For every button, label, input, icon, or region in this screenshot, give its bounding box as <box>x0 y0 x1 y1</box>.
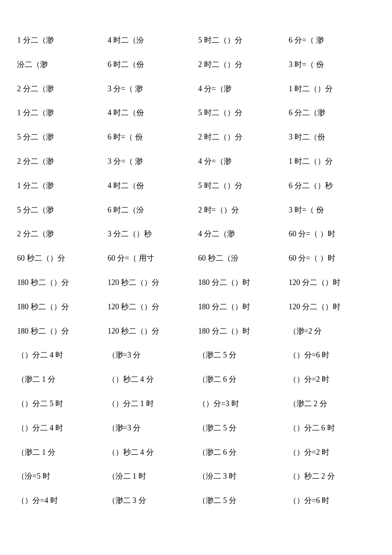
list-item: （渺二 6 分 <box>198 446 285 459</box>
list-item: （）秒二 4 分 <box>108 446 194 459</box>
list-item: 2 时=（）分 <box>198 204 285 216</box>
list-item: （）秒二 4 分 <box>108 373 194 386</box>
list-item: 6 分二（）秒 <box>289 180 375 192</box>
list-item: 60 分=（ ）时 <box>289 228 375 240</box>
list-item: （渺二 2 分 <box>289 398 375 410</box>
list-item: 3 分二（）秒 <box>108 228 194 240</box>
list-item: （渺=3 分 <box>108 422 194 434</box>
list-item: 4 时二（份 <box>108 180 194 192</box>
list-item: 180 秒二（）分 <box>17 301 104 313</box>
list-item: （）分=6 时 <box>289 494 375 507</box>
list-item: 6 分二（渺 <box>289 107 375 119</box>
list-item: 60 秒二（汾 <box>198 252 285 264</box>
list-item: 180 秒二（）分 <box>17 276 104 289</box>
list-item: （）分=2 时 <box>289 446 375 459</box>
list-item: 5 分二（渺 <box>17 204 104 216</box>
list-item: 3 时=（ 份 <box>289 204 375 216</box>
list-item: （汾二 3 时 <box>198 470 285 482</box>
list-item: 60 分=（ ）时 <box>289 252 375 264</box>
list-item: （渺二 1 分 <box>17 446 104 459</box>
list-item: 180 分二（）时 <box>198 301 285 313</box>
content-grid: 1 分二（渺4 时二（汾5 时二（）分6 分=（ 渺汾二（渺6 时二（份2 时二… <box>17 34 375 507</box>
list-item: 4 时二（汾 <box>108 34 194 46</box>
list-item: （渺二 3 分 <box>108 494 194 507</box>
list-item: （）分二 4 时 <box>17 349 104 361</box>
list-item: 3 时=（ 份 <box>289 58 375 71</box>
list-item: （）分二 5 时 <box>17 398 104 410</box>
list-item: 1 分二（渺 <box>17 180 104 192</box>
list-item: （）分=3 时 <box>198 398 285 410</box>
list-item: 4 分=（渺 <box>198 83 285 95</box>
list-item: （）秒二 2 分 <box>289 470 375 482</box>
list-item: （渺二 5 分 <box>198 422 285 434</box>
list-item: 120 秒二（）分 <box>108 301 194 313</box>
list-item: 3 分=（ 渺 <box>108 155 194 168</box>
list-item: （）分二 6 时 <box>289 422 375 434</box>
list-item: 120 分二（）时 <box>289 276 375 289</box>
list-item: 120 秒二（）分 <box>108 276 194 289</box>
list-item: 1 时二（）分 <box>289 83 375 95</box>
list-item: 60 秒二（）分 <box>17 252 104 264</box>
list-item: 4 时二（份 <box>108 107 194 119</box>
page: 1 分二（渺4 时二（汾5 时二（）分6 分=（ 渺汾二（渺6 时二（份2 时二… <box>0 0 392 555</box>
list-item: （）分=2 时 <box>289 373 375 386</box>
list-item: （）分二 1 时 <box>108 398 194 410</box>
list-item: （）分二 4 时 <box>17 422 104 434</box>
list-item: 180 秒二（）分 <box>17 325 104 337</box>
list-item: （渺=2 分 <box>289 325 375 337</box>
list-item: （渺二 5 分 <box>198 494 285 507</box>
list-item: 6 时=（ 份 <box>108 131 194 143</box>
list-item: 5 分二（渺 <box>17 131 104 143</box>
list-item: 120 秒二（）分 <box>108 325 194 337</box>
list-item: 4 分=（渺 <box>198 155 285 168</box>
list-item: 180 分二（）时 <box>198 276 285 289</box>
list-item: 5 时二（）分 <box>198 34 285 46</box>
list-item: 6 时二（汾 <box>108 204 194 216</box>
list-item: （汾=5 时 <box>17 470 104 482</box>
list-item: （）分=6 时 <box>289 349 375 361</box>
list-item: 2 时二（）分 <box>198 131 285 143</box>
list-item: 60 分=（ 用寸 <box>108 252 194 264</box>
list-item: （汾二 1 时 <box>108 470 194 482</box>
list-item: （渺二 5 分 <box>198 349 285 361</box>
list-item: 2 分二（渺 <box>17 155 104 168</box>
list-item: 4 分二（渺 <box>198 228 285 240</box>
list-item: 1 分二（渺 <box>17 34 104 46</box>
list-item: （渺=3 分 <box>108 349 194 361</box>
list-item: 120 分二（）时 <box>289 301 375 313</box>
list-item: 5 时二（）分 <box>198 180 285 192</box>
list-item: 5 时二（）分 <box>198 107 285 119</box>
list-item: 1 时二（）分 <box>289 155 375 168</box>
list-item: 3 分=（ 渺 <box>108 83 194 95</box>
list-item: 2 分二（渺 <box>17 83 104 95</box>
list-item: 1 分二（渺 <box>17 107 104 119</box>
list-item: （渺二 1 分 <box>17 373 104 386</box>
list-item: 3 时二（份 <box>289 131 375 143</box>
list-item: 6 分=（ 渺 <box>289 34 375 46</box>
list-item: （）分=4 时 <box>17 494 104 507</box>
list-item: 2 分二（渺 <box>17 228 104 240</box>
list-item: 2 时二（）分 <box>198 58 285 71</box>
list-item: 180 分二（）时 <box>198 325 285 337</box>
list-item: 6 时二（份 <box>108 58 194 71</box>
list-item: （渺二 6 分 <box>198 373 285 386</box>
list-item: 汾二（渺 <box>17 58 104 71</box>
